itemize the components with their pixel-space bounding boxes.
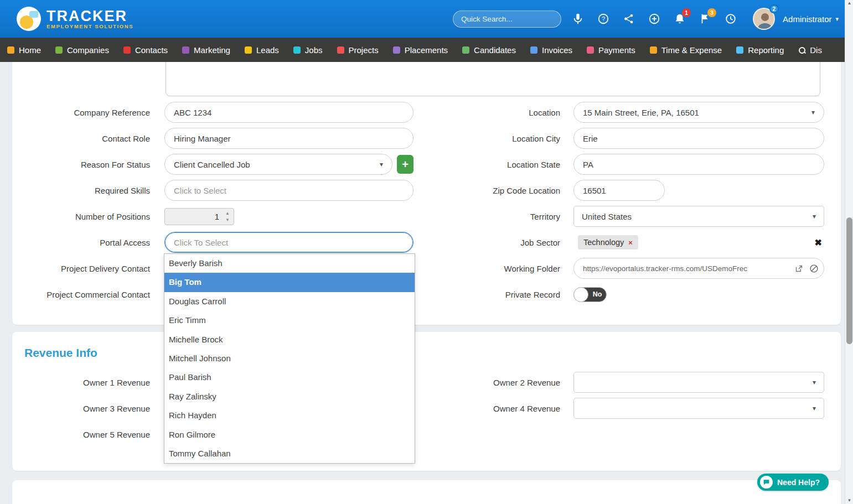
chevron-down-icon: ▾	[380, 160, 383, 168]
contact-role-label: Contact Role	[12, 134, 150, 143]
owner1-revenue-label: Owner 1 Revenue	[12, 378, 150, 387]
nav-item-leads[interactable]: Leads	[237, 38, 286, 62]
external-link-icon[interactable]	[794, 264, 804, 273]
user-name: Administrator	[783, 14, 831, 24]
dropdown-option[interactable]: Douglas Carroll	[164, 292, 415, 311]
need-help-button[interactable]: Need Help?	[757, 474, 829, 491]
payments-icon	[587, 46, 594, 54]
private-record-toggle[interactable]: No	[573, 287, 607, 302]
add-reason-button[interactable]: +	[397, 155, 413, 174]
nav-item-home[interactable]: Home	[0, 38, 48, 62]
stepper-arrows-icon[interactable]: ▲▼	[225, 210, 230, 224]
help-icon[interactable]: ?	[596, 12, 611, 26]
nav-item-contacts[interactable]: Contacts	[116, 38, 175, 62]
contact-role-input[interactable]	[164, 128, 413, 149]
dropdown-option[interactable]: Eric Timm	[164, 311, 415, 330]
job-sector-field[interactable]: Technology × ✖	[573, 232, 824, 253]
nav-item-invoices[interactable]: Invoices	[523, 38, 580, 62]
location-label: Location	[427, 108, 560, 117]
nav-item-projects[interactable]: Projects	[330, 38, 386, 62]
notifications-bell-icon[interactable]: 1	[673, 12, 687, 26]
nav-item-candidates[interactable]: Candidates	[455, 38, 523, 62]
jobs-icon	[293, 46, 301, 54]
number-of-positions-input[interactable]	[165, 209, 234, 225]
portal-access-dropdown: Beverly BarishBig TomDouglas CarrollEric…	[164, 253, 415, 464]
nav-item-label: Jobs	[305, 45, 323, 55]
home-icon	[7, 46, 14, 54]
nav-item-label: Companies	[67, 45, 109, 55]
private-record-label: Private Record	[427, 290, 560, 299]
avatar-badge: 2	[769, 4, 779, 13]
owner4-revenue-select[interactable]: ▾	[573, 398, 824, 419]
nav-item-time-expense[interactable]: Time & Expense	[643, 38, 730, 62]
nav-item-label: Projects	[349, 45, 379, 55]
chat-icon	[760, 476, 773, 489]
location-state-input[interactable]	[573, 154, 824, 175]
dropdown-option[interactable]: Ron Gilmore	[164, 425, 415, 444]
nav-item-label: Candidates	[474, 45, 516, 55]
dropdown-option[interactable]: Rich Hayden	[164, 406, 415, 425]
location-combobox[interactable]: 15 Main Street, Erie, PA, 16501 ▾	[573, 102, 824, 123]
history-icon[interactable]	[723, 12, 738, 26]
candidates-icon	[462, 46, 469, 54]
chevron-down-icon: ▾	[811, 108, 815, 116]
dropdown-option[interactable]: Mitchell Johnson	[164, 349, 415, 368]
nav-item-label: Time & Expense	[661, 45, 722, 55]
dropdown-option[interactable]: Paul Barish	[164, 368, 415, 387]
app-logo[interactable]: TRACKER EMPLOYMENT SOLUTIONS	[17, 7, 133, 31]
dropdown-option[interactable]: Michelle Brock	[164, 330, 415, 349]
location-city-input[interactable]	[573, 128, 824, 149]
scroll-down-icon[interactable]: ▼	[845, 497, 853, 504]
nav-item-label: Placements	[405, 45, 448, 55]
user-menu[interactable]: Administrator ▾	[783, 14, 839, 24]
unlink-icon[interactable]	[809, 264, 819, 273]
nav-item-jobs[interactable]: Jobs	[286, 38, 330, 62]
description-textarea[interactable]	[166, 62, 820, 96]
vertical-scrollbar[interactable]: ▲ ▼	[845, 0, 853, 504]
reporting-icon	[736, 46, 743, 54]
scroll-up-icon[interactable]: ▲	[845, 0, 853, 7]
number-of-positions-label: Number of Positions	[12, 212, 150, 221]
top-header: TRACKER EMPLOYMENT SOLUTIONS ? 1	[0, 0, 853, 38]
revenue-info-title: Revenue Info	[24, 346, 841, 360]
company-reference-input[interactable]	[164, 102, 413, 123]
flag-icon[interactable]: 3	[698, 12, 712, 26]
toggle-knob	[573, 287, 588, 302]
share-nodes-icon[interactable]	[622, 12, 636, 26]
nav-item-marketing[interactable]: Marketing	[175, 38, 237, 62]
nav-item-reporting[interactable]: Reporting	[729, 38, 791, 62]
reason-for-status-label: Reason For Status	[12, 160, 150, 169]
quick-add-icon[interactable]	[647, 12, 661, 26]
nav-item-companies[interactable]: Companies	[48, 38, 116, 62]
user-avatar[interactable]: 2	[753, 8, 775, 30]
location-city-label: Location City	[427, 134, 560, 143]
nav-item-dis[interactable]: Dis	[791, 38, 829, 62]
microphone-icon[interactable]	[571, 12, 585, 26]
nav-item-label: Contacts	[135, 45, 168, 55]
required-skills-input[interactable]	[164, 180, 413, 201]
contacts-icon	[123, 46, 131, 54]
invoices-icon	[530, 46, 537, 54]
owner2-revenue-select[interactable]: ▾	[573, 372, 824, 393]
quantity-stepper[interactable]: ▲▼	[164, 208, 234, 225]
main-nav-items: HomeCompaniesContactsMarketingLeadsJobsP…	[0, 38, 853, 62]
remove-tag-icon[interactable]: ×	[628, 238, 633, 247]
working-folder-input[interactable]: https://evoportalus.tracker-rms.com/USDe…	[573, 258, 824, 279]
nav-item-placements[interactable]: Placements	[386, 38, 455, 62]
owner2-revenue-label: Owner 2 Revenue	[427, 378, 560, 387]
quick-search-input[interactable]	[453, 11, 561, 28]
zip-code-input[interactable]	[573, 180, 665, 201]
nav-item-payments[interactable]: Payments	[580, 38, 643, 62]
projects-icon	[337, 46, 344, 54]
job-sector-tag[interactable]: Technology ×	[578, 235, 638, 250]
dropdown-option[interactable]: Tommy Callahan	[164, 444, 415, 463]
portal-access-input[interactable]	[164, 232, 413, 253]
dropdown-option[interactable]: Big Tom	[164, 273, 415, 292]
owner5-revenue-label: Owner 5 Revenue	[12, 430, 150, 439]
clear-field-icon[interactable]: ✖	[815, 237, 822, 248]
scrollbar-thumb[interactable]	[846, 217, 852, 344]
territory-select[interactable]: United States ▾	[573, 206, 824, 227]
dropdown-option[interactable]: Beverly Barish	[164, 254, 415, 273]
dropdown-option[interactable]: Ray Zalinsky	[164, 387, 415, 406]
reason-for-status-select[interactable]: Client Cancelled Job ▾	[164, 154, 392, 175]
